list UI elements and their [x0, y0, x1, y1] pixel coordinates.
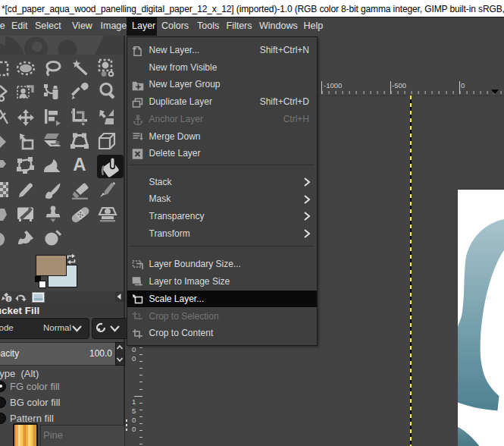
svg-text:A: A — [73, 154, 86, 174]
svg-text:i: i — [8, 296, 9, 303]
